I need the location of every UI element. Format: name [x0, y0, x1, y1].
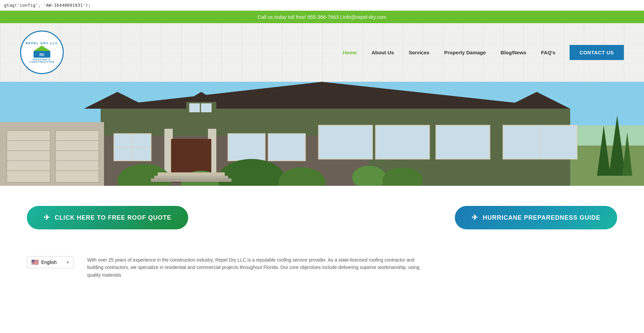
body-text: With over 25 years of experience in the … — [87, 256, 423, 279]
nav: Home About Us Services Property Damage B… — [335, 45, 624, 60]
hurricane-guide-button[interactable]: ✈ HURRICANE PREPAREDNESS GUIDE — [455, 206, 617, 229]
nav-item-faqs[interactable]: FAQ's — [534, 46, 563, 59]
svg-rect-51 — [151, 178, 231, 182]
language-switcher[interactable]: 🇺🇸 English ▼ — [27, 256, 74, 268]
svg-rect-11 — [55, 130, 99, 182]
nav-item-property-damage[interactable]: Property Damage — [437, 46, 493, 59]
email-link[interactable]: info@repel-dry.com — [343, 14, 386, 20]
chevron-down-icon: ▼ — [66, 261, 69, 264]
logo-icon: RD — [32, 45, 52, 58]
svg-text:RD: RD — [40, 53, 44, 57]
svg-rect-10 — [7, 130, 50, 182]
contact-us-button[interactable]: CONTACT US — [570, 45, 624, 60]
roof-quote-button[interactable]: ✈ CLICK HERE TO FREE ROOF QUOTE — [27, 206, 188, 229]
phone-label: Call us today toll free! — [258, 14, 306, 20]
logo-text-bottom: ROOFING & CONSTRUCTION — [22, 58, 62, 63]
top-bar: Call us today toll free! 855-366-7663 | … — [0, 11, 644, 23]
roof-quote-label: CLICK HERE TO FREE ROOF QUOTE — [55, 214, 171, 221]
svg-marker-1 — [34, 46, 50, 51]
svg-rect-26 — [201, 104, 211, 112]
debug-text: gtag('config', 'AW-16448091931'); — [4, 3, 91, 8]
svg-rect-37 — [436, 125, 490, 159]
nav-item-blog[interactable]: Blog/News — [493, 46, 534, 59]
bottom-section: 🇺🇸 English ▼ With over 25 years of exper… — [0, 249, 644, 285]
svg-rect-35 — [319, 125, 372, 159]
cta-section: ✈ CLICK HERE TO FREE ROOF QUOTE ✈ HURRIC… — [0, 186, 644, 249]
nav-item-home[interactable]: Home — [335, 46, 364, 59]
separator: | — [340, 14, 341, 20]
nav-item-about[interactable]: About Us — [364, 46, 401, 59]
logo-text-top: REPEL DRY LLC — [26, 42, 58, 45]
svg-rect-25 — [190, 104, 200, 112]
svg-rect-36 — [376, 125, 429, 159]
hurricane-guide-icon: ✈ — [472, 213, 478, 222]
hero-image — [0, 82, 644, 186]
hurricane-guide-label: HURRICANE PREPAREDNESS GUIDE — [483, 214, 600, 221]
house-illustration — [0, 82, 644, 186]
svg-rect-33 — [228, 134, 265, 161]
svg-rect-34 — [268, 134, 305, 161]
language-label: English — [41, 260, 57, 265]
logo-circle: REPEL DRY LLC RD ROOFING & CONSTRUCTION — [20, 31, 64, 74]
roof-quote-icon: ✈ — [44, 213, 50, 222]
logo[interactable]: REPEL DRY LLC RD ROOFING & CONSTRUCTION — [20, 31, 64, 74]
flag-icon: 🇺🇸 — [31, 259, 39, 266]
phone-link[interactable]: 855-366-7663 — [307, 14, 338, 20]
nav-item-services[interactable]: Services — [401, 46, 437, 59]
debug-bar: gtag('config', 'AW-16448091931'); — [0, 0, 644, 11]
header: REPEL DRY LLC RD ROOFING & CONSTRUCTION … — [0, 23, 644, 82]
hero-section — [0, 82, 644, 186]
